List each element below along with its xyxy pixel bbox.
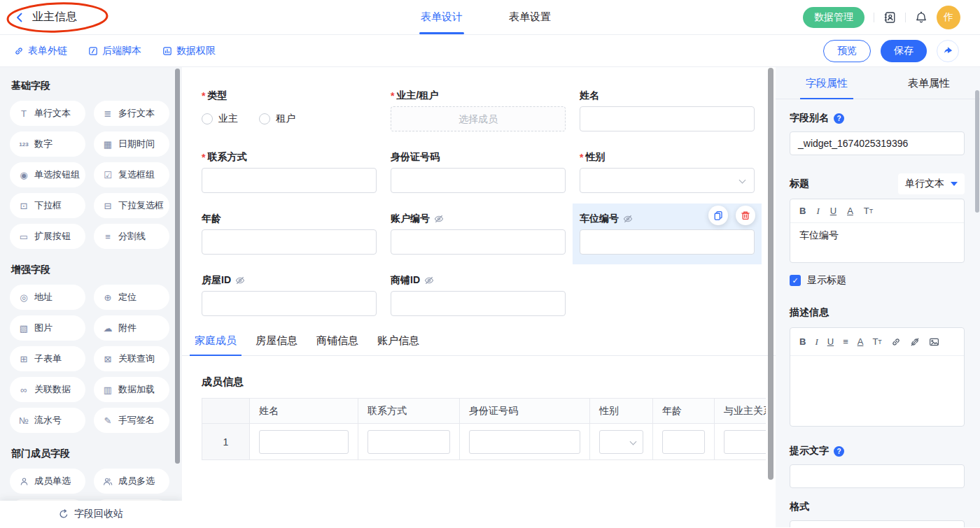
cell-select-input[interactable] <box>599 430 643 454</box>
insert-image-icon[interactable] <box>929 337 939 347</box>
text-input[interactable] <box>391 291 566 316</box>
text-input[interactable] <box>580 106 755 131</box>
tab-account-info[interactable]: 账户信息 <box>377 334 419 355</box>
field-item-extend-button[interactable]: ▭扩展按钮 <box>10 224 85 249</box>
field-owner-tenant[interactable]: *业主/租户 选择成员 <box>391 88 566 131</box>
cell-text-input[interactable] <box>469 430 580 454</box>
field-item-linked-query[interactable]: ⊠关联查询 <box>94 346 169 371</box>
tab-house-info[interactable]: 房屋信息 <box>255 334 298 355</box>
radio-circle[interactable] <box>259 113 270 124</box>
field-item-dropdown[interactable]: ⊡下拉框 <box>10 193 85 218</box>
bold-icon[interactable]: B <box>799 336 806 347</box>
field-name[interactable]: 姓名 <box>580 88 755 131</box>
back-group[interactable]: 业主信息 <box>0 10 77 24</box>
text-input[interactable] <box>391 168 566 193</box>
field-item-linked-data[interactable]: ∞关联数据 <box>10 377 85 402</box>
italic-icon[interactable]: I <box>816 206 819 217</box>
field-item-divider[interactable]: ≡分割线 <box>94 224 169 249</box>
text-input[interactable] <box>202 291 377 316</box>
user-avatar[interactable]: 作 <box>937 6 960 29</box>
radio-circle[interactable] <box>202 113 213 124</box>
text-input[interactable] <box>202 168 377 193</box>
tab-field-properties[interactable]: 字段属性 <box>776 67 878 99</box>
hint-input[interactable] <box>790 464 965 488</box>
copy-field-button[interactable] <box>708 206 728 225</box>
field-contact[interactable]: *联系方式 <box>202 150 377 193</box>
field-recycle-bin[interactable]: 字段回收站 <box>0 501 182 527</box>
checkbox-checked-icon[interactable]: ✓ <box>790 275 801 286</box>
delete-field-button[interactable] <box>736 206 755 225</box>
widget-type-dropdown[interactable]: 单行文本 <box>898 173 965 194</box>
field-id-number[interactable]: 身份证号码 <box>391 150 566 193</box>
field-item-attachment[interactable]: ☁附件 <box>94 315 169 341</box>
panel-scrollbar[interactable] <box>975 90 979 213</box>
member-picker[interactable]: 选择成员 <box>391 106 566 131</box>
manual-book-icon[interactable] <box>883 11 896 24</box>
field-item-multi-dropdown[interactable]: ⊟下拉复选框 <box>94 193 169 218</box>
font-size-icon[interactable]: TT <box>872 336 881 347</box>
field-item-address[interactable]: ◎地址 <box>10 285 85 310</box>
field-account-no[interactable]: 账户编号 <box>391 211 566 255</box>
cell-text-input[interactable] <box>368 430 450 454</box>
font-color-icon[interactable]: A <box>858 336 864 347</box>
backend-script-item[interactable]: 后端脚本 <box>88 45 141 57</box>
field-parking-no-selected[interactable]: 车位编号 <box>580 211 755 255</box>
bold-icon[interactable]: B <box>799 206 806 216</box>
tab-form-design[interactable]: 表单设计 <box>421 0 463 34</box>
font-size-icon[interactable]: TT <box>864 206 873 216</box>
underline-icon[interactable]: U <box>827 336 834 347</box>
field-item-data-load[interactable]: ▥数据加载 <box>94 377 169 402</box>
field-shop-id[interactable]: 商铺ID <box>391 273 566 316</box>
tab-form-settings[interactable]: 表单设置 <box>509 0 551 34</box>
back-chevron-icon[interactable] <box>14 12 25 23</box>
desc-editor-content[interactable] <box>790 356 964 426</box>
tab-form-properties[interactable]: 表单属性 <box>878 67 980 99</box>
data-manage-button[interactable]: 数据管理 <box>803 7 864 28</box>
preview-button[interactable]: 预览 <box>823 40 871 62</box>
field-gender[interactable]: *性别 <box>580 150 755 193</box>
external-link-item[interactable]: 表单外链 <box>14 45 67 57</box>
radio-option-owner[interactable]: 业主 <box>202 113 238 125</box>
canvas-scrollbar[interactable] <box>768 68 774 480</box>
sidebar-scrollbar[interactable] <box>175 69 180 464</box>
field-item-number[interactable]: 123数字 <box>10 131 85 157</box>
help-question-icon[interactable]: ? <box>834 113 844 124</box>
field-item-datetime[interactable]: ▦日期时间 <box>94 131 169 157</box>
help-question-icon[interactable]: ? <box>834 446 844 457</box>
tab-shop-info[interactable]: 商铺信息 <box>316 334 358 355</box>
field-house-id[interactable]: 房屋ID <box>202 273 377 316</box>
field-item-image[interactable]: ▧图片 <box>10 315 85 341</box>
tab-family-members[interactable]: 家庭成员 <box>195 334 237 355</box>
align-icon[interactable]: ≡ <box>843 336 848 347</box>
cell-text-input[interactable] <box>724 430 766 454</box>
radio-option-tenant[interactable]: 租户 <box>259 113 295 125</box>
remove-link-icon[interactable] <box>910 337 920 347</box>
title-editor-content[interactable]: 车位编号 <box>790 223 964 262</box>
field-item-member-single[interactable]: 成员单选 <box>10 469 85 494</box>
field-item-checkbox-group[interactable]: ☑复选框组 <box>94 162 169 187</box>
alias-input[interactable]: _widget_1674025319396 <box>790 131 965 155</box>
select-input[interactable] <box>580 168 755 193</box>
field-item-signature[interactable]: ✎手写签名 <box>94 408 169 433</box>
save-button[interactable]: 保存 <box>881 40 927 62</box>
field-item-serial-number[interactable]: №流水号 <box>10 408 85 433</box>
cell-text-input[interactable] <box>662 430 705 454</box>
insert-link-icon[interactable] <box>891 337 901 347</box>
field-item-single-text[interactable]: T单行文本 <box>10 101 85 126</box>
field-item-multi-text[interactable]: ≣多行文本 <box>94 101 169 126</box>
format-select[interactable]: 无 <box>790 520 965 527</box>
text-input[interactable] <box>391 229 566 255</box>
field-age[interactable]: 年龄 <box>202 211 377 255</box>
field-item-member-multi[interactable]: 成员多选 <box>94 469 169 494</box>
share-button[interactable] <box>937 40 959 62</box>
field-type[interactable]: *类型 业主 租户 <box>202 88 377 131</box>
italic-icon[interactable]: I <box>815 336 818 348</box>
text-input[interactable] <box>580 229 755 255</box>
field-item-geolocation[interactable]: ⊕定位 <box>94 285 169 310</box>
text-input[interactable] <box>202 229 377 255</box>
data-permission-item[interactable]: 数据权限 <box>162 45 216 57</box>
font-color-icon[interactable]: A <box>847 206 853 216</box>
field-item-subform[interactable]: ⊞子表单 <box>10 346 85 371</box>
cell-text-input[interactable] <box>259 430 349 454</box>
underline-icon[interactable]: U <box>830 206 836 216</box>
